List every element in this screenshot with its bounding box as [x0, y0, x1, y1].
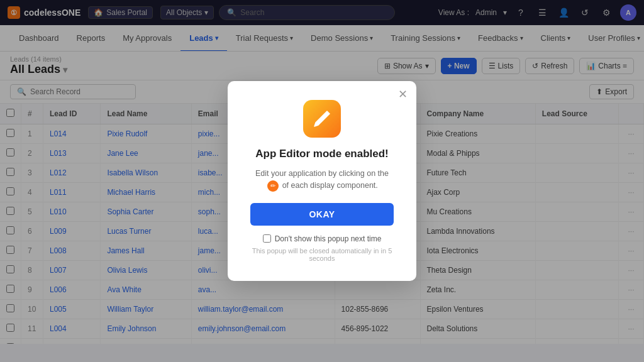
modal-description: Edit your application by clicking on the… — [250, 168, 394, 192]
dont-show-label: Don't show this popup next time — [275, 234, 382, 243]
modal-app-icon — [303, 100, 341, 138]
pencil-icon — [312, 109, 332, 129]
modal-title: App Editor mode enabled! — [250, 148, 394, 160]
modal-overlay: ✕ App Editor mode enabled! Edit your app… — [0, 0, 644, 362]
dont-show-checkbox[interactable] — [263, 234, 271, 243]
close-icon[interactable]: ✕ — [398, 89, 408, 100]
edit-pencil-icon: ✏ — [267, 180, 279, 192]
dont-show-row: Don't show this popup next time — [250, 234, 394, 243]
auto-close-timer: This popup will be closed automatically … — [250, 247, 394, 262]
ok-button[interactable]: OKAY — [250, 203, 394, 226]
app-editor-modal: ✕ App Editor mode enabled! Edit your app… — [228, 81, 416, 281]
